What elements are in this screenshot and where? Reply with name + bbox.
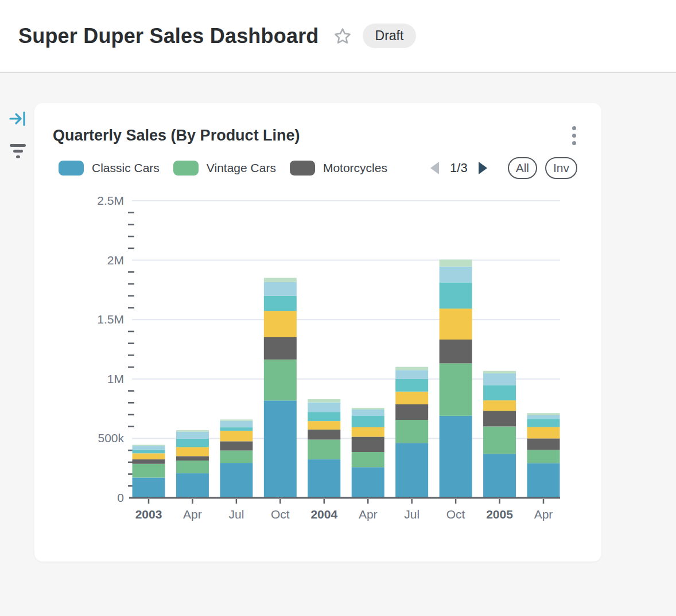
bar-segment-classic-cars[interactable] [352, 467, 384, 498]
quarterly-sales-chart[interactable]: 0500k1M1.5M2M2.5M2003AprJulOct2004AprJul… [34, 189, 601, 545]
bar-segment-series-4[interactable] [176, 447, 209, 457]
bar-segment-motorcycles[interactable] [527, 438, 560, 450]
legend-label: Vintage Cars [207, 161, 276, 175]
bar-segment-motorcycles[interactable] [395, 404, 428, 420]
bar-segment-motorcycles[interactable] [133, 459, 165, 464]
bar-segment-series-4[interactable] [440, 309, 472, 340]
bar-segment-motorcycles[interactable] [308, 430, 340, 440]
bar-segment-series-7[interactable] [220, 419, 252, 420]
x-tick-label: 2004 [310, 508, 337, 521]
bar-segment-series-5[interactable] [527, 419, 560, 427]
bar-segment-series-7[interactable] [527, 413, 560, 415]
bar-segment-vintage-cars[interactable] [176, 461, 209, 473]
collapse-panel-icon[interactable] [8, 109, 28, 128]
legend-page-indicator: 1/3 [450, 161, 468, 176]
bar-segment-series-5[interactable] [220, 427, 252, 431]
bar-segment-vintage-cars[interactable] [527, 450, 560, 463]
bar-segment-classic-cars[interactable] [133, 478, 165, 498]
y-tick-label: 1.5M [97, 313, 124, 326]
legend-swatch [173, 161, 199, 176]
bar-segment-series-5[interactable] [483, 385, 516, 401]
bar-segment-series-6[interactable] [220, 421, 252, 427]
bar-segment-series-7[interactable] [483, 371, 516, 373]
x-tick-label: Oct [446, 508, 465, 521]
bar-segment-series-7[interactable] [133, 445, 165, 446]
bar-segment-series-6[interactable] [395, 370, 428, 379]
bar-segment-series-4[interactable] [483, 400, 516, 411]
filter-icon[interactable] [8, 141, 28, 161]
bar-segment-vintage-cars[interactable] [220, 451, 252, 463]
bar-segment-vintage-cars[interactable] [133, 464, 165, 478]
bar-segment-motorcycles[interactable] [440, 340, 472, 363]
bar-segment-classic-cars[interactable] [440, 416, 472, 498]
bar-segment-classic-cars[interactable] [483, 454, 516, 498]
legend-label: Motorcycles [323, 161, 387, 175]
bar-segment-series-4[interactable] [220, 431, 252, 441]
bar-segment-series-4[interactable] [352, 427, 384, 437]
x-tick-label: Oct [271, 508, 290, 521]
bar-segment-series-6[interactable] [440, 267, 472, 283]
bar-segment-series-7[interactable] [352, 408, 384, 410]
bar-segment-motorcycles[interactable] [220, 441, 252, 450]
bar-segment-classic-cars[interactable] [220, 463, 252, 498]
legend-item-classic-cars[interactable]: Classic Cars [59, 161, 160, 176]
legend-item-vintage-cars[interactable]: Vintage Cars [173, 161, 276, 176]
bar-segment-series-4[interactable] [264, 311, 297, 337]
legend-prev-icon[interactable] [428, 160, 442, 176]
bar-segment-series-7[interactable] [308, 399, 340, 403]
bar-segment-classic-cars[interactable] [308, 459, 340, 498]
bar-segment-vintage-cars[interactable] [483, 426, 516, 454]
bar-segment-classic-cars[interactable] [176, 473, 209, 498]
bar-segment-series-7[interactable] [264, 278, 297, 282]
bar-segment-series-6[interactable] [483, 373, 516, 385]
bar-segment-series-6[interactable] [133, 446, 165, 449]
bar-segment-motorcycles[interactable] [352, 436, 384, 452]
bar-segment-series-5[interactable] [264, 296, 297, 311]
x-tick-label: Apr [359, 508, 378, 521]
bar-segment-series-4[interactable] [133, 453, 165, 459]
bar-segment-vintage-cars[interactable] [352, 452, 384, 467]
x-tick-label: Jul [404, 508, 419, 521]
status-badge: Draft [363, 24, 417, 48]
bar-segment-series-5[interactable] [395, 379, 428, 392]
chart-card: Quarterly Sales (By Product Line) Classi… [34, 103, 601, 562]
legend-item-motorcycles[interactable]: Motorcycles [290, 161, 387, 176]
bar-segment-vintage-cars[interactable] [264, 360, 297, 400]
bar-segment-vintage-cars[interactable] [308, 439, 340, 459]
x-tick-label: 2003 [135, 508, 162, 521]
bar-segment-series-4[interactable] [527, 427, 560, 439]
bar-segment-motorcycles[interactable] [176, 456, 209, 461]
bar-segment-series-5[interactable] [133, 450, 165, 454]
x-tick-label: 2005 [486, 508, 513, 521]
legend-invert-button[interactable]: Inv [545, 157, 577, 179]
bar-segment-series-7[interactable] [395, 367, 428, 371]
favorite-star-icon[interactable] [333, 26, 352, 46]
legend-select-all-button[interactable]: All [508, 157, 537, 179]
kebab-menu-icon[interactable] [568, 124, 581, 147]
bar-segment-motorcycles[interactable] [264, 337, 297, 360]
bar-segment-series-4[interactable] [308, 421, 340, 430]
bar-segment-series-6[interactable] [527, 415, 560, 419]
bar-segment-series-5[interactable] [308, 412, 340, 421]
legend-label: Classic Cars [92, 161, 160, 175]
filter-glyph [10, 144, 26, 158]
bar-segment-classic-cars[interactable] [264, 400, 297, 498]
bar-segment-series-5[interactable] [352, 416, 384, 427]
bar-segment-classic-cars[interactable] [395, 443, 428, 498]
legend-swatch [59, 161, 84, 176]
bar-segment-vintage-cars[interactable] [395, 420, 428, 443]
bar-segment-vintage-cars[interactable] [440, 363, 472, 415]
bar-segment-motorcycles[interactable] [483, 411, 516, 426]
bar-segment-series-5[interactable] [176, 439, 209, 447]
bar-segment-series-4[interactable] [395, 392, 428, 404]
bar-segment-series-7[interactable] [440, 260, 472, 267]
bar-segment-series-6[interactable] [264, 282, 297, 296]
bar-segment-series-6[interactable] [176, 432, 209, 439]
bar-segment-series-5[interactable] [440, 282, 472, 309]
bar-segment-series-6[interactable] [352, 410, 384, 416]
legend-next-icon[interactable] [476, 160, 489, 176]
bar-segment-classic-cars[interactable] [527, 463, 560, 498]
y-tick-label: 2M [107, 254, 124, 267]
bar-segment-series-7[interactable] [176, 430, 209, 432]
bar-segment-series-6[interactable] [308, 403, 340, 412]
